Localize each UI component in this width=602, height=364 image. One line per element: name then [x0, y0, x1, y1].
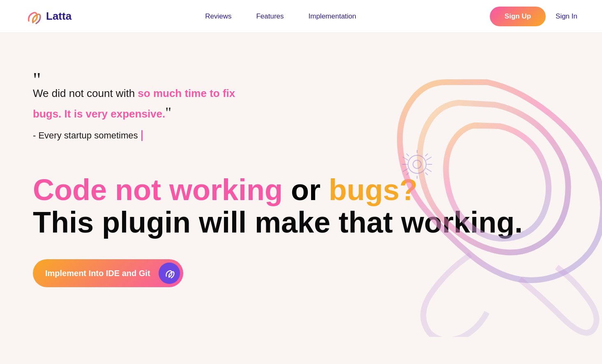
- quote-text: We did not count with so much time to fi…: [33, 85, 255, 124]
- svg-line-15: [426, 168, 431, 172]
- quote-text-before: We did not count with: [33, 87, 138, 99]
- svg-line-7: [425, 154, 428, 156]
- logo-text: Latta: [46, 10, 72, 23]
- cta-logo-icon: [164, 267, 175, 279]
- quote-block: " We did not count with so much time to …: [33, 70, 255, 141]
- logo-icon: [25, 8, 42, 25]
- signin-button[interactable]: Sign In: [556, 12, 577, 21]
- cta-button[interactable]: Implement Into IDE and Git: [33, 259, 183, 287]
- quote-author: - Every startup sometimes: [33, 130, 255, 141]
- quote-close-mark: ": [165, 104, 171, 121]
- svg-line-6: [425, 173, 428, 175]
- hero-graphic: [364, 49, 602, 337]
- signup-button[interactable]: Sign Up: [490, 7, 546, 26]
- cta-button-label: Implement Into IDE and Git: [45, 269, 150, 278]
- nav-reviews[interactable]: Reviews: [205, 12, 231, 20]
- nav-links: Reviews Features Implementation: [205, 12, 356, 21]
- nav-actions: Sign Up Sign In: [490, 7, 577, 26]
- svg-line-5: [406, 154, 409, 156]
- headline-connector: or: [283, 173, 329, 206]
- cta-icon-circle: [159, 263, 180, 284]
- nav-implementation[interactable]: Implementation: [309, 12, 356, 20]
- nav-features[interactable]: Features: [256, 12, 284, 20]
- hero-section: " We did not count with so much time to …: [0, 33, 602, 364]
- navbar: Latta Reviews Features Implementation Si…: [0, 0, 602, 33]
- quote-author-text: - Every startup sometimes: [33, 130, 138, 141]
- headline-pink: Code not working: [33, 173, 283, 206]
- cursor-blink: [141, 130, 143, 141]
- svg-line-13: [426, 157, 431, 160]
- logo-link[interactable]: Latta: [25, 8, 72, 25]
